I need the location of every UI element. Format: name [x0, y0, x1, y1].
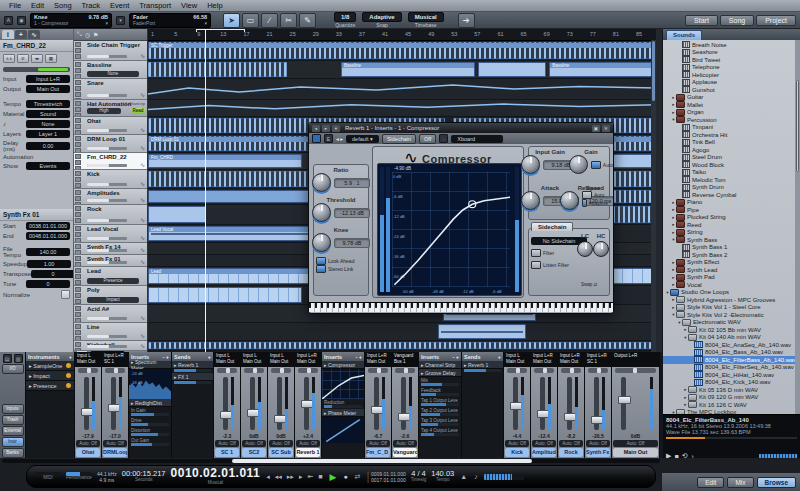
automation-mode[interactable]: Auto: Off — [366, 440, 390, 447]
pan-thumb[interactable] — [226, 368, 230, 373]
send-level[interactable] — [174, 369, 211, 372]
tree-item-melodic-tom[interactable]: Melodic Tom — [663, 176, 800, 184]
threshold-knob[interactable] — [312, 203, 331, 222]
menu-item-edit[interactable]: Edit — [26, 1, 49, 10]
browser-tab-sounds-top[interactable]: Sounds — [666, 30, 702, 40]
browser-vscrollbar[interactable] — [795, 40, 800, 414]
pan-thumb[interactable] — [280, 368, 284, 373]
insert-device-groove-delay[interactable]: ▸ Groove Delay — [419, 369, 461, 377]
track-header-amplitudes[interactable]: Amplitudes∿ — [74, 189, 147, 205]
automation-mode[interactable]: Auto: Off — [76, 440, 100, 447]
io-button-trash[interactable]: Trash — [2, 415, 24, 425]
param-slider-tap-1-output-leve[interactable] — [421, 403, 459, 406]
send-item-reverb-1[interactable]: ▸ Reverb 1 — [172, 361, 213, 369]
pan-thumb[interactable] — [597, 368, 601, 373]
tree-item-kit-16-126-c-wav[interactable]: ▸Kit 16 126 C WAV — [663, 401, 800, 409]
add-instrument-icon[interactable]: + — [69, 354, 72, 360]
tree-item-hybrid-agression-mpc-grooves[interactable]: ▸Hybrid Agression - MPC Grooves — [663, 296, 800, 304]
channel-strip-synth-fx-14[interactable]: Input L+RSC 1-20.5Auto: OffSynth Fx 14 — [585, 352, 612, 458]
tree-item-string[interactable]: ▸String — [663, 229, 800, 237]
mute-button[interactable] — [75, 287, 81, 292]
tree-item-the-mpc-lockbox[interactable]: ▾The MPC Lockbox — [663, 409, 800, 415]
strip-output-label[interactable]: Main Out — [533, 359, 555, 365]
volume-slider[interactable] — [87, 164, 127, 167]
solo-button[interactable] — [75, 212, 81, 217]
mute-button[interactable] — [75, 118, 81, 123]
param-slider-out-gain[interactable] — [131, 443, 169, 446]
pan-slider[interactable] — [271, 368, 291, 373]
io-view-icon-0[interactable]: ▤ — [3, 354, 12, 363]
track-header-kickwball[interactable]: Kickwball∿ — [74, 341, 147, 351]
mat-value[interactable]: 0.00 — [26, 142, 70, 150]
pan-thumb[interactable] — [307, 368, 311, 373]
strip-input-label[interactable]: Output L+R — [614, 353, 657, 359]
param-slider-in-gain[interactable] — [131, 413, 169, 416]
pan-thumb[interactable] — [253, 368, 257, 373]
pan-slider[interactable] — [534, 368, 554, 373]
solo-button[interactable] — [75, 107, 81, 112]
mute-button[interactable] — [75, 42, 81, 47]
fader-groove[interactable] — [84, 377, 89, 430]
strip-output-label[interactable]: Main Out — [297, 359, 319, 365]
solo-button[interactable] — [75, 348, 81, 351]
track-header-lead-vocal[interactable]: Lead Vocal∿ — [74, 225, 147, 243]
channel-strip-fm-c-d-22[interactable]: Input L+RMain Out-6.7Auto: OffFm_C_D_22 — [365, 352, 392, 458]
track-header-synth-fx-01[interactable]: Synth Fx 01∿ — [74, 255, 147, 267]
clip[interactable]: Fm_CHRD — [148, 154, 302, 168]
channel-name-tab[interactable]: SC Sub — [269, 448, 293, 457]
mute-button[interactable] — [75, 268, 81, 273]
strip-output-label[interactable]: Main Out — [270, 359, 292, 365]
insert-device-spectrum-meter[interactable]: ▸ Spectrum Meter — [129, 361, 171, 369]
tree-item-breath-noise[interactable]: Breath Noise — [663, 41, 800, 49]
mute-button[interactable] — [75, 256, 81, 261]
automation-mode[interactable]: Auto: Off — [269, 440, 293, 447]
volume-slider[interactable] — [87, 261, 127, 264]
io-value[interactable]: Main Out — [26, 85, 70, 93]
loop-icon[interactable]: ⇄ — [354, 473, 362, 481]
sidechain-button[interactable]: Sidechain — [382, 134, 416, 144]
channel-name-tab[interactable]: Synth Fx 14 — [586, 448, 610, 457]
speed-adaptive-checkbox[interactable] — [582, 199, 587, 207]
strip-output-label[interactable]: Main Out — [216, 359, 238, 365]
menu-item-help[interactable]: Help — [202, 1, 227, 10]
file-value[interactable]: 0 — [31, 270, 74, 278]
param-slider-feedback[interactable] — [421, 393, 459, 396]
tree-item-kit-04-140-ab-min-wav[interactable]: ▾Kit 04 140 Ab min WAV — [663, 334, 800, 342]
pan-slider[interactable] — [395, 368, 415, 373]
quantize-control[interactable]: 1/8Quantize — [334, 12, 356, 28]
clip[interactable] — [438, 324, 526, 339]
tree-item-8004-elc-kick-140-wav[interactable]: 8004_Elc_Kick_140.wav — [663, 379, 800, 387]
automation-mode[interactable]: Auto: Off — [559, 440, 583, 447]
speed-adaptive[interactable]: Adaptive — [582, 199, 608, 207]
tree-item-guitar[interactable]: ▸Guitar — [663, 94, 800, 102]
menu-item-song[interactable]: Song — [49, 1, 77, 10]
menu-item-file[interactable]: File — [4, 1, 26, 10]
menu-item-transport[interactable]: Transport — [134, 1, 176, 10]
tree-item-applause[interactable]: Applause — [663, 79, 800, 87]
mute-button[interactable] — [75, 190, 81, 195]
tree-item-telephone[interactable]: Telephone — [663, 64, 800, 72]
io-button-banks[interactable]: Banks — [2, 448, 24, 458]
range-tool-icon[interactable]: ▭ — [242, 13, 259, 28]
mute-button[interactable] — [75, 306, 81, 311]
device-select[interactable]: Xboard — [451, 135, 503, 143]
filter-checkbox[interactable] — [531, 249, 541, 257]
release-knob[interactable] — [560, 191, 579, 210]
strip-output-label[interactable]: Main Out — [77, 359, 99, 365]
marker-prev-icon[interactable]: ◂ — [265, 473, 271, 481]
pos-value[interactable]: 0038.01.01.000 — [26, 222, 70, 230]
file-value[interactable]: 0 — [26, 280, 70, 288]
marker-icon[interactable]: ⚑ — [93, 31, 98, 38]
snap-control[interactable]: AdaptiveSnap — [362, 12, 401, 28]
channel-strip-ohat[interactable]: Input LMain Out-17.9Auto: OffOhat — [75, 352, 102, 458]
menu-item-view[interactable]: View — [176, 1, 202, 10]
preset-select[interactable]: default ▾ — [346, 135, 379, 143]
track-height-icon[interactable]: ⤡ — [77, 31, 82, 38]
tree-item-kit-09-120-g-min-wav[interactable]: ▸Kit 09 120 G min WAV — [663, 394, 800, 402]
tree-item-orchestra-hit[interactable]: Orchestra Hit — [663, 131, 800, 139]
pan-slider[interactable] — [244, 368, 264, 373]
clip[interactable] — [478, 62, 546, 77]
tree-item-reverse-cymbal[interactable]: Reverse Cymbal — [663, 191, 800, 199]
io-view-icon-1[interactable]: ▥ — [14, 354, 23, 363]
pan-thumb[interactable] — [570, 368, 574, 373]
